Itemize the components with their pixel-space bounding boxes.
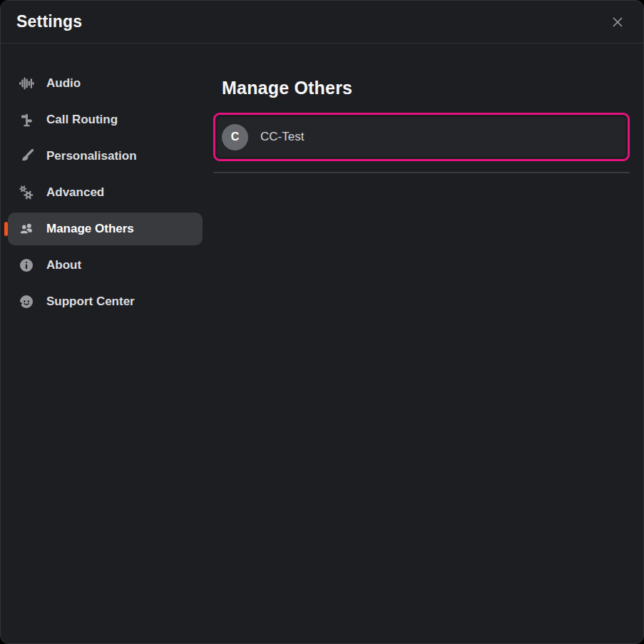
dialog-content: Audio Call Routing xyxy=(1,44,643,643)
page-title: Manage Others xyxy=(222,77,630,98)
sidebar-item-label: Call Routing xyxy=(46,113,118,127)
sidebar-item-label: Audio xyxy=(46,76,81,91)
info-icon xyxy=(19,257,34,273)
member-card-highlight: C CC-Test xyxy=(213,113,630,161)
settings-dialog: Settings xyxy=(0,0,644,644)
member-name: CC-Test xyxy=(260,130,304,144)
gears-icon xyxy=(19,185,34,200)
list-divider xyxy=(213,172,630,173)
avatar: C xyxy=(222,124,248,150)
people-icon xyxy=(19,221,34,237)
close-icon xyxy=(610,15,625,29)
sidebar-item-label: Personalisation xyxy=(46,149,137,163)
audio-waveform-icon xyxy=(19,76,34,91)
sidebar-item-label: About xyxy=(46,258,81,272)
sidebar-item-personalisation[interactable]: Personalisation xyxy=(8,140,203,173)
close-button[interactable] xyxy=(608,12,628,32)
manage-others-panel: Manage Others C CC-Test xyxy=(203,44,643,643)
sidebar-item-call-routing[interactable]: Call Routing xyxy=(8,103,203,136)
member-row[interactable]: C CC-Test xyxy=(218,117,625,157)
paintbrush-icon xyxy=(19,148,34,164)
support-agent-icon xyxy=(19,294,34,310)
sidebar-item-about[interactable]: About xyxy=(8,249,203,282)
sidebar-item-support-center[interactable]: Support Center xyxy=(8,285,203,318)
sidebar-item-label: Manage Others xyxy=(46,222,134,236)
sidebar-item-audio[interactable]: Audio xyxy=(8,67,203,100)
sidebar-item-label: Support Center xyxy=(46,295,135,309)
titlebar: Settings xyxy=(1,1,643,44)
signpost-icon xyxy=(19,112,34,128)
sidebar-item-manage-others[interactable]: Manage Others xyxy=(8,213,203,245)
dialog-title: Settings xyxy=(16,12,82,31)
sidebar-item-advanced[interactable]: Advanced xyxy=(8,176,203,209)
sidebar-item-label: Advanced xyxy=(46,185,104,200)
settings-sidebar: Audio Call Routing xyxy=(1,44,203,643)
